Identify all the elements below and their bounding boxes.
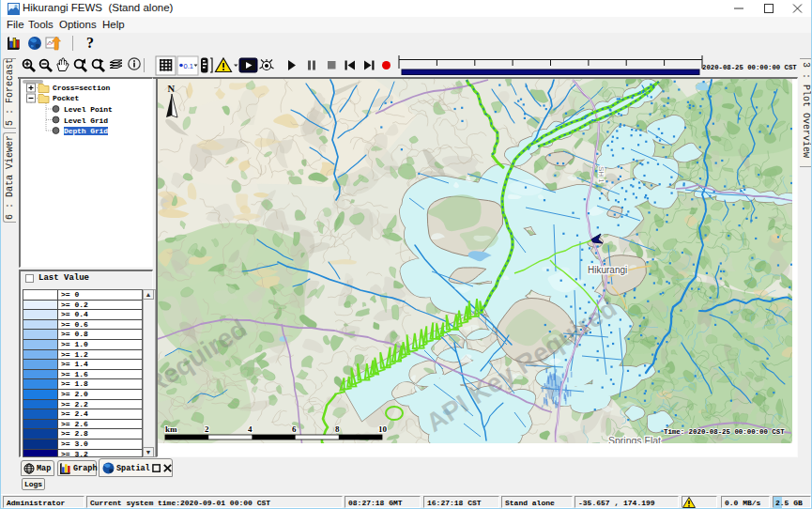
svg-text:SH 1: SH 1 [597,166,605,183]
svg-text:8: 8 [335,424,340,434]
svg-text:10: 10 [378,424,388,434]
svg-text:2020-08-25 00:00:00 CST: 2020-08-25 00:00:00 CST [702,64,797,71]
svg-text:6: 6 [292,424,297,434]
svg-text:4: 4 [248,424,253,434]
svg-text:N: N [168,84,176,94]
svg-text:?: ? [86,35,94,51]
svg-text:0.1: 0.1 [184,62,193,70]
svg-text:km: km [165,424,177,434]
svg-text:Springs Flat: Springs Flat [608,435,661,443]
svg-text:2: 2 [205,424,209,434]
svg-text:Hikurangi: Hikurangi [588,265,627,275]
svg-text:Time: 2020-08-25 00:00:00 CST: Time: 2020-08-25 00:00:00 CST [664,428,785,436]
